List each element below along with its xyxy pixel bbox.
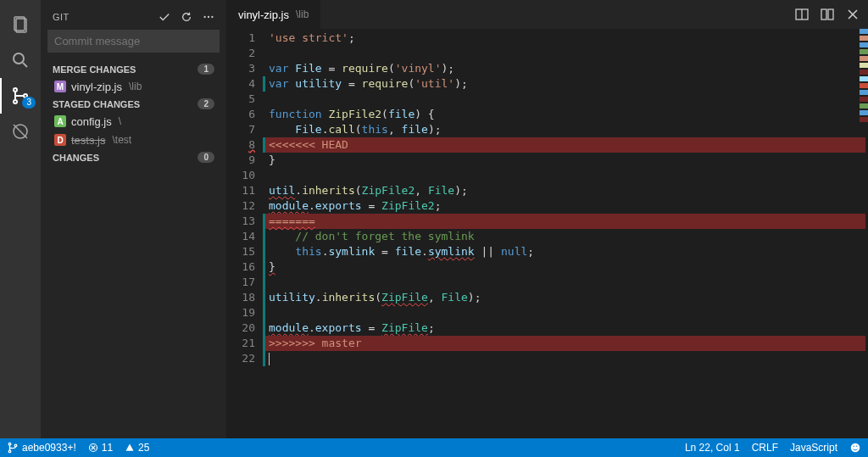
warnings-status[interactable]: 25: [125, 442, 149, 454]
eol-status[interactable]: CRLF: [752, 442, 778, 454]
deleted-icon: D: [54, 134, 66, 146]
tabs: vinyl-zip.js \lib: [226, 0, 868, 29]
refresh-icon[interactable]: [181, 11, 192, 23]
changes-count: 0: [198, 152, 214, 163]
section-staged[interactable]: STAGED CHANGES 2: [41, 96, 226, 112]
svg-rect-15: [828, 9, 833, 20]
svg-point-4: [14, 88, 17, 92]
editor: vinyl-zip.js \lib 1234567891011121314151…: [226, 0, 868, 438]
svg-point-9: [203, 15, 205, 17]
search-icon[interactable]: [0, 42, 41, 78]
svg-point-25: [854, 446, 854, 447]
svg-line-3: [23, 63, 27, 67]
section-changes[interactable]: CHANGES 0: [41, 149, 226, 165]
open-changes-icon[interactable]: [821, 8, 834, 21]
overview-ruler[interactable]: [860, 29, 868, 249]
merge-count: 1: [198, 64, 214, 75]
tab-active[interactable]: vinyl-zip.js \lib: [226, 0, 320, 29]
svg-point-19: [8, 450, 11, 453]
svg-point-5: [14, 100, 17, 103]
svg-point-10: [208, 15, 209, 17]
error-icon: [88, 443, 98, 453]
explorer-icon[interactable]: [0, 7, 41, 42]
svg-point-26: [856, 446, 857, 447]
scm-badge: 3: [22, 97, 36, 109]
close-icon[interactable]: [846, 8, 860, 21]
source-control-icon[interactable]: 3: [0, 78, 41, 114]
svg-point-2: [14, 53, 24, 64]
branch-icon: [7, 442, 19, 454]
added-icon: A: [54, 115, 66, 127]
sidebar-header: GIT: [41, 0, 226, 30]
gutter: 12345678910111213141516171819202122: [226, 29, 265, 438]
file-row-staged-d[interactable]: D tests.js \test: [41, 131, 226, 149]
activity-bar: 3: [0, 0, 41, 438]
svg-point-18: [8, 443, 11, 445]
svg-point-11: [211, 15, 213, 17]
svg-rect-14: [821, 9, 826, 20]
sidebar: GIT MERGE CHANGES 1 M vinyl-zip.js \lib …: [41, 0, 226, 438]
tab-filename: vinyl-zip.js: [238, 8, 289, 21]
status-bar: aebe0933+! 11 25 Ln 22, Col 1 CRLF JavaS…: [0, 438, 868, 457]
section-merge[interactable]: MERGE CHANGES 1: [41, 61, 226, 77]
cursor-position[interactable]: Ln 22, Col 1: [685, 442, 740, 454]
more-icon[interactable]: [203, 11, 214, 23]
language-status[interactable]: JavaScript: [790, 442, 837, 454]
file-row-merge[interactable]: M vinyl-zip.js \lib: [41, 77, 226, 96]
code[interactable]: 'use strict'; var File = require('vinyl'…: [265, 29, 868, 438]
commit-box: [41, 30, 226, 61]
errors-status[interactable]: 11: [88, 442, 113, 454]
svg-point-20: [14, 444, 17, 447]
file-row-staged-a[interactable]: A config.js \: [41, 112, 226, 131]
feedback-icon[interactable]: [849, 442, 861, 454]
tab-path: \lib: [296, 8, 309, 20]
warning-icon: [125, 443, 135, 453]
commit-check-icon[interactable]: [159, 11, 170, 23]
split-editor-icon[interactable]: [795, 8, 809, 21]
sidebar-title: GIT: [53, 12, 159, 22]
staged-count: 2: [198, 98, 214, 109]
modified-icon: M: [54, 81, 66, 92]
commit-input[interactable]: [47, 30, 220, 53]
debug-icon[interactable]: [0, 114, 41, 149]
svg-point-24: [851, 443, 860, 453]
git-branch-status[interactable]: aebe0933+!: [7, 442, 76, 454]
code-editor[interactable]: 12345678910111213141516171819202122 'use…: [226, 29, 868, 438]
